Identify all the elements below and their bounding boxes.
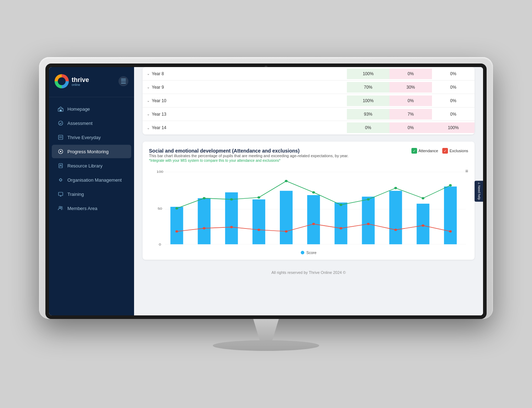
chart-footer: Score: [149, 250, 468, 255]
monitor-stand-base: [213, 340, 319, 351]
exclusions-dot: [394, 229, 397, 231]
exclusions-label: Exclusions: [449, 149, 468, 153]
score-label: Score: [306, 250, 317, 255]
attendance-dot: [230, 198, 233, 201]
logo-inner-circle: [58, 77, 66, 85]
attendance-dot: [367, 198, 370, 201]
exclusions-dot: [422, 224, 425, 227]
chevron-icon[interactable]: ⌄: [147, 72, 150, 76]
attendance-dot: [176, 207, 178, 210]
monitor-wrap: thrive online ☰: [39, 57, 493, 351]
attendance-dot: [285, 180, 288, 182]
bar-year3: [253, 199, 265, 244]
sidebar-item-assessment[interactable]: Assessment: [52, 116, 131, 130]
chart-title: Social and emotional development (Attend…: [149, 148, 349, 154]
year-14-col2: 0%: [389, 122, 432, 133]
year-8-col3: 0%: [432, 68, 475, 79]
homepage-label: Homepage: [67, 106, 90, 112]
svg-point-3: [59, 121, 63, 125]
bar-year10: [389, 191, 402, 244]
exclusions-legend: ✓ Exclusions: [442, 148, 468, 154]
thrive-everyday-label: Thrive Everyday: [67, 135, 101, 140]
sidebar-item-thrive-everyday[interactable]: Thrive Everyday: [52, 131, 131, 144]
menu-toggle-icon: ☰: [121, 77, 126, 85]
exclusions-dot: [449, 230, 452, 233]
chart-subtitle: This bar chart illustrates the percentag…: [149, 154, 349, 158]
data-table: ⌄ Year 8 100% 0% 0% ⌄ Year 9: [143, 67, 475, 134]
year-14-label: ⌄ Year 14: [143, 122, 347, 133]
year-9-col1: 70%: [347, 82, 389, 93]
monitor-outer: thrive online ☰: [39, 57, 493, 319]
svg-point-8: [60, 151, 61, 152]
year-14-col1: 0%: [347, 122, 389, 133]
exclusions-dot: [203, 227, 206, 230]
year-10-col2: 0%: [389, 95, 432, 106]
exclusions-dot: [285, 230, 288, 233]
chart-svg: 100 50 0: [149, 168, 468, 246]
svg-text:50: 50: [157, 206, 162, 210]
logo-icon: [55, 74, 69, 88]
attendance-dot: [394, 187, 397, 189]
year-10-col1: 100%: [347, 95, 389, 106]
year-13-col2: 7%: [389, 109, 432, 120]
chart-note: *Integrate with your MIS system to compa…: [149, 159, 349, 162]
chevron-icon[interactable]: ⌄: [147, 99, 150, 103]
sidebar-item-members-area[interactable]: Members Area: [52, 202, 131, 215]
chevron-icon[interactable]: ⌄: [147, 112, 150, 116]
chart-legend: ✓ Attendance ✓ Exclusions: [411, 148, 468, 154]
svg-rect-2: [61, 110, 62, 111]
sidebar-logo: thrive online ☰: [49, 67, 134, 97]
bar-year6: [307, 195, 320, 244]
year-8-label: ⌄ Year 8: [143, 68, 347, 79]
svg-point-15: [59, 206, 61, 208]
svg-text:0: 0: [159, 242, 161, 246]
menu-toggle-button[interactable]: ☰: [118, 76, 128, 86]
chevron-icon[interactable]: ⌄: [147, 126, 150, 130]
year-14-col3: 100%: [432, 122, 475, 133]
sidebar-item-resource-library[interactable]: Resource Library: [52, 159, 131, 172]
exclusions-dot: [339, 227, 342, 230]
sidebar: thrive online ☰: [49, 67, 134, 315]
sidebar-item-progress-monitoring[interactable]: Progress Monitoring: [52, 145, 131, 158]
attendance-dot: [449, 184, 452, 187]
chart-header: Social and emotional development (Attend…: [149, 148, 468, 167]
table-row: ⌄ Year 13 93% 7% 0%: [143, 107, 475, 121]
logo-area: thrive online: [55, 74, 89, 88]
main-content: ⌄ Year 8 100% 0% 0% ⌄ Year 9: [134, 67, 483, 315]
table-row: ⌄ Year 8 100% 0% 0%: [143, 67, 475, 81]
year-10-col3: 0%: [432, 95, 475, 106]
year-9-col2: 30%: [389, 82, 432, 93]
monitor-stand-neck: [245, 319, 287, 340]
logo-text-area: thrive online: [72, 76, 89, 87]
thrive-everyday-icon: [57, 134, 64, 140]
sidebar-item-homepage[interactable]: Homepage: [52, 102, 131, 116]
need-help-button[interactable]: ? Need help: [475, 181, 483, 202]
progress-monitoring-icon: [57, 148, 64, 155]
chart-menu-icon[interactable]: ≡: [465, 168, 468, 174]
svg-rect-4: [59, 135, 63, 139]
bar-year13: [417, 204, 430, 244]
attendance-dot: [257, 196, 260, 199]
sidebar-item-organisation-management[interactable]: Organisation Management: [52, 173, 131, 187]
exclusions-dot: [230, 226, 233, 228]
year-13-col3: 0%: [432, 109, 475, 120]
table-row: ⌄ Year 14 0% 0% 100%: [143, 121, 475, 134]
need-help-icon: ?: [477, 182, 481, 184]
nav-items: Homepage Assessment: [49, 97, 134, 315]
organisation-management-label: Organisation Management: [67, 177, 122, 183]
svg-point-16: [61, 206, 62, 208]
bar-year4: [280, 191, 293, 244]
monitor-bezel: thrive online ☰: [45, 64, 487, 319]
table-row: ⌄ Year 9 70% 30% 0%: [143, 81, 475, 94]
chevron-icon[interactable]: ⌄: [147, 85, 150, 89]
sidebar-item-training[interactable]: Training: [52, 187, 131, 201]
attendance-label: Attendance: [419, 149, 438, 153]
year-9-col3: 0%: [432, 82, 475, 93]
svg-text:100: 100: [156, 170, 163, 173]
training-icon: [57, 191, 64, 197]
year-9-label: ⌄ Year 9: [143, 82, 347, 93]
bar-nursery: [198, 198, 211, 244]
exclusions-dot: [257, 229, 260, 231]
app-name: thrive: [72, 76, 89, 84]
exclusions-dot: [367, 223, 370, 225]
